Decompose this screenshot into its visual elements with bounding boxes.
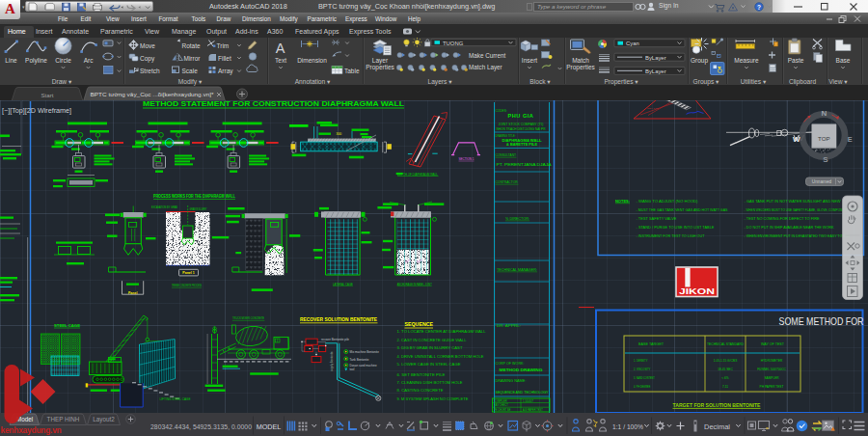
svg-text:5. LOWER CAGE IN STEEL CAGE: 5. LOWER CAGE IN STEEL CAGE bbox=[397, 363, 461, 367]
svg-text:Start: Start bbox=[41, 91, 53, 97]
svg-text:8. CASTING CONCRETE: 8. CASTING CONCRETE bbox=[397, 389, 444, 393]
svg-text:6. SET BENTONITE PILE: 6. SET BENTONITE PILE bbox=[397, 373, 446, 377]
svg-text:1. TO LOCATE CENTER AT DIAPHRA: 1. TO LOCATE CENTER AT DIAPHRAGM WALL bbox=[397, 330, 486, 334]
svg-text:Circle: Circle bbox=[55, 57, 71, 64]
svg-text:Scale: Scale bbox=[182, 68, 199, 74]
svg-text:BPTC tường vây_Cọc ...ồi[kenhx: BPTC tường vây_Cọc ...ồi[kenhxaydung.vn]… bbox=[91, 92, 215, 97]
svg-text:9. M SYSTEM SPLASH NO COMPLETE: 9. M SYSTEM SPLASH NO COMPLETE bbox=[397, 397, 469, 401]
svg-text:% DIRECTOR:: % DIRECTOR: bbox=[505, 217, 529, 221]
svg-text:JIKON: JIKON bbox=[679, 286, 715, 296]
svg-text:4. DRIVE UNINSTALL CORNER BOTT: 4. DRIVE UNINSTALL CORNER BOTTOM HOLE bbox=[397, 355, 484, 359]
svg-text:Line: Line bbox=[5, 57, 17, 64]
svg-text:SAMPLER: SAMPLER bbox=[764, 376, 779, 380]
svg-text:TECHNICAL STANDARD: TECHNICAL STANDARD bbox=[707, 342, 745, 346]
svg-text:Base: Base bbox=[836, 57, 851, 64]
svg-text:N: N bbox=[822, 109, 827, 118]
svg-text:CONSULTANT:: CONSULTANT: bbox=[496, 153, 517, 157]
svg-text:PROCESS WORKS FOR THE DIAPHRAG: PROCESS WORKS FOR THE DIAPHRAGM WALL bbox=[153, 194, 235, 199]
svg-text:tool: tool bbox=[350, 368, 355, 371]
svg-text:Mirror: Mirror bbox=[184, 55, 202, 62]
svg-text:- DO NOT PUT IN SHIP AVAILABLE: - DO NOT PUT IN SHIP AVAILABLE NEAR THE … bbox=[745, 226, 834, 230]
svg-text:1. DENSITY: 1. DENSITY bbox=[634, 359, 648, 363]
svg-text:TOP: TOP bbox=[818, 135, 830, 142]
svg-text:Insert: Insert bbox=[522, 57, 537, 64]
svg-text:E: E bbox=[848, 135, 853, 144]
svg-text:MODEL: MODEL bbox=[257, 422, 282, 431]
svg-text:Paste: Paste bbox=[788, 57, 804, 64]
svg-text:S: S bbox=[823, 155, 828, 164]
svg-text:280342.4434, 54925.3135, 0.000: 280342.4434, 54925.3135, 0.0000 bbox=[150, 423, 252, 430]
svg-text:Panel: Panel bbox=[128, 291, 137, 295]
svg-text:- GAS TANK PUT IN NOT WATER SU: - GAS TANK PUT IN NOT WATER SUNLIGHT AND… bbox=[745, 200, 841, 204]
svg-text:Measure: Measure bbox=[734, 57, 759, 64]
svg-text:ANCHORAGE IN PANEL JOINT: ANCHORAGE IN PANEL JOINT bbox=[397, 283, 432, 286]
svg-text:- WHEN ENVIRONMENT PUT IN DEVA: - WHEN ENVIRONMENT PUT IN DEVASTATED TWO… bbox=[745, 234, 851, 238]
svg-text:PT. PERENTJANA DJAJA: PT. PERENTJANA DJAJA bbox=[497, 162, 552, 167]
svg-text:LATERAL CAGE: LATERAL CAGE bbox=[333, 283, 353, 286]
svg-text:2. VISCOSITY: 2. VISCOSITY bbox=[634, 368, 651, 371]
svg-text:& BARETTE PILE: & BARETTE PILE bbox=[506, 143, 538, 147]
svg-text:PE CHORT BE: PE CHORT BE bbox=[494, 408, 511, 412]
svg-text:SEQUENCE: SEQUENCE bbox=[405, 321, 434, 327]
svg-text:CORP OF WORK:: CORP OF WORK: bbox=[496, 362, 525, 366]
svg-text:- TEST SAFETY VALVE: - TEST SAFETY VALVE bbox=[637, 217, 677, 221]
svg-text:Unnamed: Unnamed bbox=[812, 179, 832, 184]
svg-text:7. CLEANING DISH BOTTOM HOLE: 7. CLEANING DISH BOTTOM HOLE bbox=[397, 381, 463, 385]
svg-text:[−][Top][2D Wireframe]: [−][Top][2D Wireframe] bbox=[2, 106, 71, 115]
svg-text:- STAND / PURGE TO USE INTO LI: - STAND / PURGE TO USE INTO LIST TABLE bbox=[637, 226, 715, 230]
svg-text:LIFTING STEEL CAGE: LIFTING STEEL CAGE bbox=[160, 397, 191, 401]
svg-text:Trim: Trim bbox=[217, 42, 230, 49]
svg-text:< 6%: < 6% bbox=[721, 376, 729, 380]
svg-text:Arc: Arc bbox=[84, 57, 95, 64]
svg-text:CONTRACTOR:: CONTRACTOR: bbox=[496, 180, 519, 184]
svg-text:Tank Bentonite: Tank Bentonite bbox=[350, 358, 369, 362]
svg-text:TUONG: TUONG bbox=[443, 41, 464, 46]
svg-text:DAY CHECT: DAY CHECT bbox=[494, 403, 508, 407]
svg-text:A.B PAPER TEST: A.B PAPER TEST bbox=[523, 408, 543, 412]
svg-text:18-45 SEC: 18-45 SEC bbox=[718, 368, 733, 371]
svg-text:4. PH DEGREE: 4. PH DEGREE bbox=[634, 385, 650, 389]
svg-text:SOME METHOD FOR: SOME METHOD FOR bbox=[779, 315, 864, 327]
svg-text:Fillet: Fillet bbox=[218, 55, 231, 62]
svg-text:3. DIG BY GRAB IN SLURRY CAST: 3. DIG BY GRAB IN SLURRY CAST bbox=[397, 346, 463, 350]
svg-text:COMPILER: COMPILER bbox=[494, 399, 507, 403]
svg-text:Polyline: Polyline bbox=[25, 57, 47, 65]
svg-text:1:1 / 100%: 1:1 / 100% bbox=[612, 423, 643, 430]
svg-text:METHOD DRAWING: METHOD DRAWING bbox=[500, 368, 544, 372]
svg-text:kenhxaydung.vn: kenhxaydung.vn bbox=[1, 425, 63, 435]
svg-text:FUNNEL 500/700CC: FUNNEL 500/700CC bbox=[757, 368, 786, 371]
svg-text:Panel 1: Panel 1 bbox=[182, 271, 194, 275]
svg-text:EXCAVATION BY GRAB: EXCAVATION BY GRAB bbox=[151, 205, 177, 209]
svg-text:Mix machine Bentonite: Mix machine Bentonite bbox=[350, 350, 380, 354]
svg-text:- INSTRUMENT FOR TEST TO LIGH: - INSTRUMENT FOR TEST TO LIGH OUT bbox=[637, 234, 705, 238]
svg-text:Table: Table bbox=[344, 68, 360, 74]
svg-text:TARGET FOR SOLUTION BENTONITE: TARGET FOR SOLUTION BENTONITE bbox=[673, 402, 762, 408]
svg-text:Stretch: Stretch bbox=[140, 68, 160, 74]
svg-text:2. CAST IN CONCRETE GUIDE WALL: 2. CAST IN CONCRETE GUIDE WALL bbox=[397, 339, 467, 342]
svg-text:1.05-1.15 G/CM3: 1.05-1.15 G/CM3 bbox=[714, 359, 738, 363]
svg-text:TREMIE CONCRETE PROCESS: TREMIE CONCRETE PROCESS bbox=[172, 284, 202, 287]
svg-text:Cyan: Cyan bbox=[626, 41, 639, 46]
svg-text:CODES:: CODES: bbox=[496, 109, 507, 113]
svg-text:DRAWING NAME:: DRAWING NAME: bbox=[496, 379, 527, 383]
svg-text:ByLayer: ByLayer bbox=[645, 55, 666, 61]
svg-text:RECOVER SOLUTION BENTONITE: RECOVER SOLUTION BENTONITE bbox=[300, 316, 378, 322]
svg-text:SECTION 1: SECTION 1 bbox=[459, 157, 475, 161]
svg-text:1.100407: 1.100407 bbox=[523, 399, 533, 403]
svg-text:recover Bentonite pile: recover Bentonite pile bbox=[321, 338, 349, 341]
svg-text:STEEL CAGE: STEEL CAGE bbox=[54, 323, 80, 328]
svg-text:Copy: Copy bbox=[140, 55, 155, 63]
svg-text:- TEST NO COMING-FOR DEFECT TO: - TEST NO COMING-FOR DEFECT TO FIRE bbox=[745, 217, 820, 221]
svg-text:A: A bbox=[276, 41, 285, 56]
svg-text:DR. APPRL:: DR. APPRL: bbox=[497, 324, 521, 328]
svg-text:Match: Match bbox=[572, 57, 589, 64]
svg-text:supply Bentonite: supply Bentonite bbox=[330, 351, 334, 371]
svg-text:Decimal: Decimal bbox=[704, 423, 731, 430]
svg-text:METHOD STATEMENT FOR CONSTRUCT: METHOD STATEMENT FOR CONSTRUCTION DIAPHR… bbox=[143, 100, 404, 108]
svg-text:DRAWING TITLE:: DRAWING TITLE: bbox=[496, 134, 516, 138]
svg-text:TRUCK MIXER CONCRETE: TRUCK MIXER CONCRETE bbox=[232, 316, 264, 320]
svg-text:TECHNICAL MANAGER:: TECHNICAL MANAGER: bbox=[497, 268, 537, 272]
svg-text:Dimension: Dimension bbox=[297, 57, 327, 64]
svg-text:PH PAPER TEST: PH PAPER TEST bbox=[760, 385, 784, 389]
svg-text:W: W bbox=[793, 135, 800, 144]
